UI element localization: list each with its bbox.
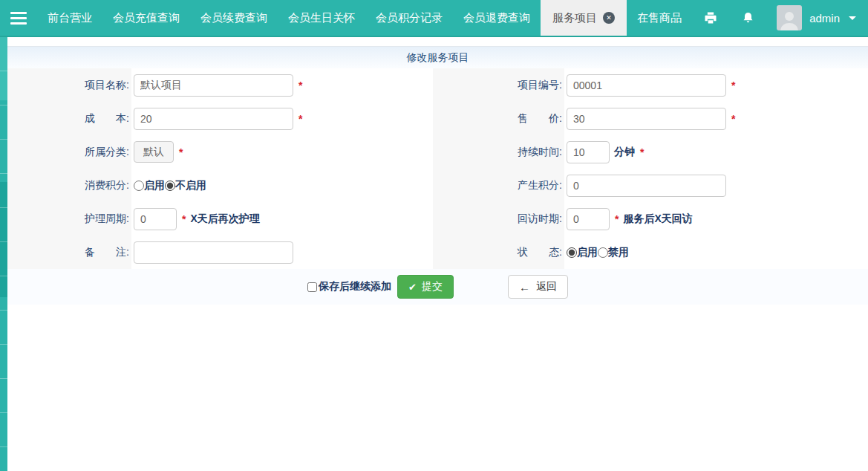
required-asterisk: *: [731, 113, 735, 125]
main-content: 修改服务项目 项目名称: * 项目编号: * 成 本: * 售 价: * 所属分…: [7, 37, 868, 471]
field-label-project-code: 项目编号:: [433, 68, 564, 102]
project-name-input[interactable]: [134, 74, 293, 97]
avatar: [777, 5, 802, 30]
back-button-label: 返回: [536, 280, 557, 293]
field-cost: *: [131, 102, 433, 135]
field-label-project-name: 项目名称:: [7, 68, 131, 102]
submit-button-label: 提交: [422, 280, 443, 293]
field-consume-points: 启用 不启用: [131, 169, 433, 202]
nav-item-points-record[interactable]: 会员积分记录: [365, 0, 453, 36]
check-icon: ✔: [408, 282, 417, 293]
nav-item-renewal-query[interactable]: 会员续费查询: [190, 0, 278, 36]
nav-item-refund-query[interactable]: 会员退费查询: [453, 0, 541, 36]
field-price: *: [564, 102, 868, 135]
consume-points-enable-option[interactable]: 启用: [134, 179, 165, 192]
field-status: 启用 禁用: [564, 236, 868, 269]
back-arrow-icon: ←: [519, 281, 530, 293]
nav-item-front-desk[interactable]: 前台营业: [37, 0, 102, 36]
field-produce-points: [564, 169, 868, 202]
field-label-price: 售 价:: [433, 102, 564, 135]
status-disable-option[interactable]: 禁用: [598, 246, 629, 259]
nav-item-recharge-query[interactable]: 会员充值查询: [102, 0, 190, 36]
field-revisit-period: * 服务后X天回访: [564, 202, 868, 236]
care-cycle-note: X天后再次护理: [190, 212, 259, 226]
remark-input[interactable]: [134, 241, 293, 264]
required-asterisk: *: [731, 79, 735, 91]
consume-points-disable-radio[interactable]: [165, 181, 175, 191]
required-asterisk: *: [182, 213, 186, 225]
field-project-code: *: [564, 68, 868, 102]
submit-button[interactable]: ✔ 提交: [397, 275, 454, 299]
field-label-remark: 备 注:: [7, 236, 131, 269]
field-category: 默认 *: [131, 135, 433, 169]
consume-points-disable-option[interactable]: 不启用: [165, 179, 206, 192]
save-and-continue-checkbox[interactable]: [307, 282, 317, 292]
required-asterisk: *: [615, 213, 619, 225]
required-asterisk: *: [298, 113, 302, 125]
field-label-revisit-period: 回访时期:: [433, 202, 564, 236]
nav-item-products-on-sale[interactable]: 在售商品: [627, 0, 692, 36]
radio-label: 不启用: [175, 179, 206, 192]
required-asterisk: *: [179, 146, 183, 158]
required-asterisk: *: [298, 79, 302, 91]
field-label-consume-points: 消费积分:: [7, 169, 131, 202]
page-title: 修改服务项目: [407, 51, 469, 65]
status-radio-group: 启用 禁用: [567, 246, 629, 259]
user-menu[interactable]: admin: [777, 5, 856, 30]
radio-label: 启用: [577, 246, 598, 259]
nav-item-birthday-care[interactable]: 会员生日关怀: [278, 0, 365, 36]
field-label-status: 状 态:: [433, 236, 564, 269]
bell-icon[interactable]: [740, 10, 756, 26]
caret-down-icon: [849, 16, 856, 20]
form-actions: 保存后继续添加 ✔ 提交 ← 返回: [7, 269, 868, 305]
field-project-name: *: [131, 68, 433, 102]
consume-points-radio-group: 启用 不启用: [134, 179, 206, 192]
category-button[interactable]: 默认: [134, 141, 174, 163]
price-input[interactable]: [567, 108, 726, 130]
produce-points-input[interactable]: [567, 175, 726, 197]
revisit-period-note: 服务后X天回访: [623, 212, 692, 226]
status-enable-option[interactable]: 启用: [567, 246, 598, 259]
save-and-continue-label: 保存后继续添加: [319, 280, 391, 293]
field-label-produce-points: 产生积分:: [433, 169, 564, 202]
cost-input[interactable]: [134, 108, 293, 130]
duration-input[interactable]: [567, 141, 610, 163]
navbar-right-area: admin: [702, 0, 868, 36]
field-label-cost: 成 本:: [7, 102, 131, 135]
printer-icon[interactable]: [702, 10, 719, 26]
field-duration: 分钟 *: [564, 135, 868, 169]
tab-service-items-active[interactable]: 服务项目 ✕: [541, 0, 627, 36]
field-label-care-cycle: 护理周期:: [7, 202, 131, 236]
page-title-band: 修改服务项目: [7, 46, 868, 68]
duration-unit-label: 分钟: [614, 146, 635, 159]
active-tab-label: 服务项目: [552, 11, 597, 25]
back-button[interactable]: ← 返回: [508, 275, 568, 299]
content-top-gap: [7, 37, 868, 46]
revisit-period-input[interactable]: [567, 208, 610, 230]
tab-close-icon[interactable]: ✕: [603, 12, 615, 24]
field-label-category: 所属分类:: [7, 135, 131, 169]
hamburger-menu-icon[interactable]: [0, 0, 37, 36]
radio-label: 禁用: [608, 246, 629, 259]
field-care-cycle: * X天后再次护理: [131, 202, 433, 236]
status-disable-radio[interactable]: [598, 247, 608, 258]
field-remark: [131, 236, 433, 269]
care-cycle-input[interactable]: [134, 208, 177, 230]
username-label: admin: [809, 12, 840, 25]
radio-label: 启用: [144, 179, 165, 192]
status-enable-radio[interactable]: [567, 247, 577, 258]
edit-service-form: 项目名称: * 项目编号: * 成 本: * 售 价: * 所属分类: 默认 *…: [7, 68, 868, 269]
consume-points-enable-radio[interactable]: [134, 181, 144, 191]
field-label-duration: 持续时间:: [433, 135, 564, 169]
top-navbar: 前台营业 会员充值查询 会员续费查询 会员生日关怀 会员积分记录 会员退费查询 …: [0, 0, 868, 37]
project-code-input[interactable]: [567, 74, 726, 97]
save-and-continue-option[interactable]: 保存后继续添加: [307, 280, 391, 293]
required-asterisk: *: [640, 146, 644, 158]
collapsed-sidebar[interactable]: [0, 37, 7, 471]
